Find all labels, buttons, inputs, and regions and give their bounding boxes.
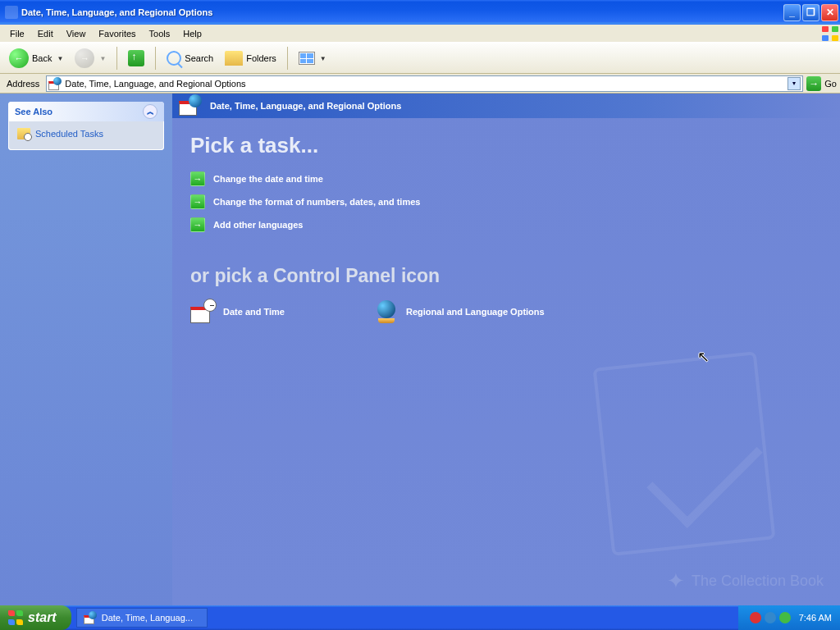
system-tray: 7:46 AM bbox=[738, 605, 840, 630]
menu-bar: File Edit View Favorites Tools Help bbox=[0, 25, 840, 43]
taskbar-app-label: Date, Time, Languag... bbox=[102, 613, 193, 623]
see-also-box: See Also ︽ Scheduled Tasks bbox=[8, 102, 164, 150]
window-title: Date, Time, Language, and Regional Optio… bbox=[21, 7, 782, 17]
search-icon bbox=[167, 51, 181, 66]
category-header: Date, Time, Language, and Regional Optio… bbox=[172, 94, 840, 118]
menu-file[interactable]: File bbox=[3, 27, 31, 40]
see-also-label: See Also bbox=[15, 107, 52, 116]
address-bar: Address Date, Time, Language, and Region… bbox=[0, 74, 840, 94]
or-pick-heading: or pick a Control Panel icon bbox=[190, 265, 822, 287]
back-button[interactable]: ← Back ▼ bbox=[5, 46, 67, 71]
menu-edit[interactable]: Edit bbox=[31, 27, 60, 40]
tray-shield-icon[interactable] bbox=[750, 612, 761, 623]
go-button[interactable]: → Go bbox=[806, 76, 837, 91]
folders-label: Folders bbox=[246, 53, 276, 63]
task-add-languages[interactable]: → Add other languages bbox=[190, 217, 822, 232]
address-dropdown-icon[interactable]: ▾ bbox=[788, 77, 801, 90]
windows-flag-icon bbox=[822, 26, 838, 41]
window-titlebar: Date, Time, Language, and Regional Optio… bbox=[0, 0, 840, 25]
collapse-icon[interactable]: ︽ bbox=[143, 104, 158, 119]
tray-icon[interactable] bbox=[779, 612, 791, 623]
forward-button[interactable]: → ▼ bbox=[71, 46, 110, 71]
folders-icon bbox=[225, 51, 243, 66]
chevron-down-icon: ▼ bbox=[99, 55, 106, 62]
app-icon bbox=[84, 611, 97, 624]
globe-icon bbox=[375, 300, 398, 323]
icon-label: Regional and Language Options bbox=[406, 307, 545, 317]
arrow-icon: → bbox=[190, 194, 205, 209]
arrow-icon: → bbox=[190, 217, 205, 232]
go-icon: → bbox=[806, 76, 821, 91]
menu-help[interactable]: Help bbox=[176, 27, 208, 40]
views-button[interactable]: ▼ bbox=[294, 49, 331, 67]
address-input[interactable]: Date, Time, Language, and Regional Optio… bbox=[46, 75, 803, 92]
scheduled-tasks-icon bbox=[17, 128, 30, 139]
main-panel: Date, Time, Language, and Regional Optio… bbox=[172, 94, 840, 605]
tray-icon[interactable] bbox=[765, 612, 776, 623]
up-button[interactable] bbox=[124, 48, 148, 69]
task-label: Change the date and time bbox=[213, 174, 323, 184]
watermark-text: The Collection Book bbox=[692, 573, 824, 590]
content-area: See Also ︽ Scheduled Tasks Date, Time, L… bbox=[0, 94, 840, 605]
taskbar-app-button[interactable]: Date, Time, Languag... bbox=[76, 608, 208, 628]
toolbar-separator bbox=[155, 47, 156, 70]
watermark: ✦ The Collection Book bbox=[667, 568, 824, 594]
menu-favorites[interactable]: Favorites bbox=[92, 27, 142, 40]
menu-tools[interactable]: Tools bbox=[143, 27, 177, 40]
control-panel-icons: Date and Time Regional and Language Opti… bbox=[190, 300, 822, 323]
search-label: Search bbox=[185, 53, 213, 63]
task-change-format[interactable]: → Change the format of numbers, dates, a… bbox=[190, 194, 822, 209]
views-icon bbox=[299, 52, 315, 65]
see-also-body: Scheduled Tasks bbox=[8, 121, 164, 150]
toolbar: ← Back ▼ → ▼ Search Folders ▼ bbox=[0, 43, 840, 74]
folder-up-icon bbox=[128, 50, 144, 66]
category-icon bbox=[179, 96, 202, 116]
main-body: Pick a task... → Change the date and tim… bbox=[172, 118, 840, 338]
close-button[interactable]: ✕ bbox=[821, 4, 838, 21]
address-value: Date, Time, Language, and Regional Optio… bbox=[65, 79, 245, 89]
search-button[interactable]: Search bbox=[162, 48, 217, 68]
task-label: Add other languages bbox=[213, 220, 303, 230]
forward-icon: → bbox=[75, 48, 94, 68]
icon-label: Date and Time bbox=[223, 307, 285, 317]
windows-logo-icon bbox=[8, 610, 23, 625]
back-label: Back bbox=[32, 53, 52, 63]
maximize-button[interactable]: ❐ bbox=[802, 4, 819, 21]
start-button[interactable]: start bbox=[0, 605, 71, 630]
arrow-icon: → bbox=[190, 171, 205, 186]
cursor-icon: ↖ bbox=[697, 348, 710, 366]
minimize-button[interactable]: _ bbox=[783, 4, 801, 21]
start-label: start bbox=[28, 610, 57, 625]
scheduled-tasks-label: Scheduled Tasks bbox=[35, 129, 103, 139]
go-label: Go bbox=[824, 79, 837, 89]
taskbar: start Date, Time, Languag... 7:46 AM bbox=[0, 605, 840, 630]
window-icon bbox=[5, 6, 18, 19]
category-title: Date, Time, Language, and Regional Optio… bbox=[210, 101, 401, 111]
date-time-icon-link[interactable]: Date and Time bbox=[190, 300, 285, 323]
folders-button[interactable]: Folders bbox=[221, 48, 281, 68]
task-label: Change the format of numbers, dates, and… bbox=[213, 197, 420, 207]
category-icon bbox=[48, 77, 62, 90]
address-label: Address bbox=[3, 79, 43, 89]
background-decoration bbox=[602, 359, 824, 581]
see-also-header[interactable]: See Also ︽ bbox=[8, 102, 164, 121]
toolbar-separator bbox=[287, 47, 288, 70]
date-time-icon bbox=[190, 300, 215, 323]
regional-options-icon-link[interactable]: Regional and Language Options bbox=[375, 300, 545, 323]
toolbar-separator bbox=[116, 47, 117, 70]
chevron-down-icon: ▼ bbox=[57, 55, 63, 62]
pick-task-heading: Pick a task... bbox=[190, 133, 822, 158]
menu-view[interactable]: View bbox=[60, 27, 93, 40]
side-panel: See Also ︽ Scheduled Tasks bbox=[0, 94, 172, 605]
back-icon: ← bbox=[9, 48, 29, 68]
clock[interactable]: 7:46 AM bbox=[799, 613, 832, 623]
chevron-down-icon: ▼ bbox=[320, 55, 326, 62]
scheduled-tasks-link[interactable]: Scheduled Tasks bbox=[17, 128, 155, 139]
task-change-date[interactable]: → Change the date and time bbox=[190, 171, 822, 186]
